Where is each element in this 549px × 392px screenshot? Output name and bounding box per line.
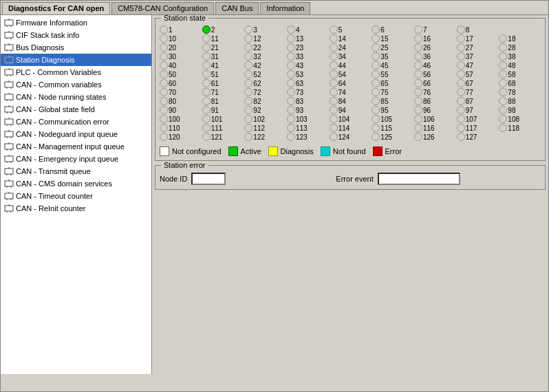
station-node-107[interactable]: 107 bbox=[457, 115, 499, 123]
station-node-61[interactable]: 61 bbox=[202, 79, 244, 87]
sidebar-item-can-timeout[interactable]: CAN - Timeout counter bbox=[1, 190, 151, 202]
station-node-82[interactable]: 82 bbox=[244, 97, 286, 105]
station-node-13[interactable]: 13 bbox=[287, 34, 329, 43]
station-node-76[interactable]: 76 bbox=[414, 88, 456, 96]
station-node-10[interactable]: 10 bbox=[160, 34, 202, 43]
sidebar-item-can-cms[interactable]: CAN - CMS domain services bbox=[1, 177, 151, 190]
station-node-122[interactable]: 122 bbox=[244, 133, 286, 141]
station-node-7[interactable]: 7 bbox=[414, 25, 456, 34]
station-node-111[interactable]: 111 bbox=[202, 124, 244, 132]
station-node-28[interactable]: 28 bbox=[499, 43, 541, 52]
station-node-44[interactable]: 44 bbox=[330, 61, 372, 69]
station-node-48[interactable]: 48 bbox=[499, 61, 541, 69]
station-node-60[interactable]: 60 bbox=[160, 79, 202, 87]
station-node-85[interactable]: 85 bbox=[372, 97, 413, 105]
station-node-92[interactable]: 92 bbox=[244, 106, 286, 114]
station-node-37[interactable]: 37 bbox=[457, 52, 499, 61]
station-node-27[interactable]: 27 bbox=[457, 43, 499, 52]
station-node-71[interactable]: 71 bbox=[202, 88, 244, 96]
station-node-96[interactable]: 96 bbox=[414, 106, 456, 114]
station-node-53[interactable]: 53 bbox=[287, 70, 329, 78]
station-node-101[interactable]: 101 bbox=[202, 115, 244, 123]
station-node-123[interactable]: 123 bbox=[287, 133, 329, 141]
station-node-81[interactable]: 81 bbox=[202, 97, 244, 105]
station-node-120[interactable]: 120 bbox=[160, 133, 202, 141]
station-node-124[interactable]: 124 bbox=[330, 133, 372, 141]
station-node-118[interactable]: 118 bbox=[499, 124, 541, 132]
station-node-66[interactable]: 66 bbox=[414, 79, 456, 87]
station-node-50[interactable]: 50 bbox=[160, 70, 202, 78]
station-node-8[interactable]: 8 bbox=[457, 25, 499, 34]
station-node-12[interactable]: 12 bbox=[244, 34, 286, 43]
station-node-68[interactable]: 68 bbox=[499, 79, 541, 87]
station-node-21[interactable]: 21 bbox=[202, 43, 244, 52]
station-node-57[interactable]: 57 bbox=[457, 70, 499, 78]
station-node-115[interactable]: 115 bbox=[372, 124, 413, 132]
station-node-4[interactable]: 4 bbox=[287, 25, 329, 34]
station-node-104[interactable]: 104 bbox=[330, 115, 372, 123]
station-node-58[interactable]: 58 bbox=[499, 70, 541, 78]
station-node-40[interactable]: 40 bbox=[160, 61, 202, 69]
station-node-127[interactable]: 127 bbox=[457, 133, 499, 141]
station-node-112[interactable]: 112 bbox=[244, 124, 286, 132]
station-node-93[interactable]: 93 bbox=[287, 106, 329, 114]
station-node-72[interactable]: 72 bbox=[244, 88, 286, 96]
station-node-103[interactable]: 103 bbox=[287, 115, 329, 123]
station-node-105[interactable]: 105 bbox=[372, 115, 413, 123]
station-node-94[interactable]: 94 bbox=[330, 106, 372, 114]
tab-cm578[interactable]: CM578-CAN Configuration bbox=[111, 2, 214, 14]
station-node-98[interactable]: 98 bbox=[499, 106, 541, 114]
station-node-114[interactable]: 114 bbox=[330, 124, 372, 132]
station-node-65[interactable]: 65 bbox=[372, 79, 413, 87]
sidebar-item-cif[interactable]: CIF Stack task info bbox=[1, 29, 151, 41]
sidebar-item-can-transmit[interactable]: CAN - Transmit queue bbox=[1, 165, 151, 177]
station-node-102[interactable]: 102 bbox=[244, 115, 286, 123]
station-node-84[interactable]: 84 bbox=[330, 97, 372, 105]
station-node-32[interactable]: 32 bbox=[244, 52, 286, 61]
station-node-17[interactable]: 17 bbox=[457, 34, 499, 43]
station-node-24[interactable]: 24 bbox=[330, 43, 372, 52]
sidebar-item-can-comm-err[interactable]: CAN - Communication error bbox=[1, 116, 151, 128]
station-node-47[interactable]: 47 bbox=[457, 61, 499, 69]
station-node-108[interactable]: 108 bbox=[499, 115, 541, 123]
station-node-18[interactable]: 18 bbox=[499, 34, 541, 43]
station-node-34[interactable]: 34 bbox=[330, 52, 372, 61]
station-node-11[interactable]: 11 bbox=[202, 34, 244, 43]
station-node-15[interactable]: 15 bbox=[372, 34, 413, 43]
station-node-41[interactable]: 41 bbox=[202, 61, 244, 69]
station-node-22[interactable]: 22 bbox=[244, 43, 286, 52]
station-node-35[interactable]: 35 bbox=[372, 52, 413, 61]
station-node-78[interactable]: 78 bbox=[499, 88, 541, 96]
station-node-31[interactable]: 31 bbox=[202, 52, 244, 61]
station-node-43[interactable]: 43 bbox=[287, 61, 329, 69]
sidebar-item-can-common[interactable]: CAN - Common variables bbox=[1, 78, 151, 91]
sidebar-item-can-mgmt[interactable]: CAN - Management input queue bbox=[1, 140, 151, 153]
station-node-6[interactable]: 6 bbox=[372, 25, 413, 34]
station-node-80[interactable]: 80 bbox=[160, 97, 202, 105]
station-node-90[interactable]: 90 bbox=[160, 106, 202, 114]
tab-diagnostics[interactable]: Diagnostics For CAN open bbox=[2, 2, 110, 14]
sidebar-item-can-emergency[interactable]: CAN - Emergency input queue bbox=[1, 153, 151, 165]
station-node-125[interactable]: 125 bbox=[372, 133, 413, 141]
station-node-45[interactable]: 45 bbox=[372, 61, 413, 69]
station-node-25[interactable]: 25 bbox=[372, 43, 413, 52]
station-node-91[interactable]: 91 bbox=[202, 106, 244, 114]
station-node-51[interactable]: 51 bbox=[202, 70, 244, 78]
station-node-95[interactable]: 95 bbox=[372, 106, 413, 114]
error-event-input[interactable] bbox=[378, 173, 460, 185]
station-node-97[interactable]: 97 bbox=[457, 106, 499, 114]
station-node-100[interactable]: 100 bbox=[160, 115, 202, 123]
station-node-74[interactable]: 74 bbox=[330, 88, 372, 96]
station-node-73[interactable]: 73 bbox=[287, 88, 329, 96]
sidebar-item-firmware[interactable]: Firmware Information bbox=[1, 17, 151, 29]
station-node-14[interactable]: 14 bbox=[330, 34, 372, 43]
station-node-30[interactable]: 30 bbox=[160, 52, 202, 61]
station-node-55[interactable]: 55 bbox=[372, 70, 413, 78]
station-node-116[interactable]: 116 bbox=[414, 124, 456, 132]
station-node-75[interactable]: 75 bbox=[372, 88, 413, 96]
sidebar-item-can-node[interactable]: CAN - Node running states bbox=[1, 91, 151, 103]
station-node-38[interactable]: 38 bbox=[499, 52, 541, 61]
station-node-23[interactable]: 23 bbox=[287, 43, 329, 52]
station-node-86[interactable]: 86 bbox=[414, 97, 456, 105]
sidebar-item-bus-diag[interactable]: Bus Diagnosis bbox=[1, 41, 151, 54]
